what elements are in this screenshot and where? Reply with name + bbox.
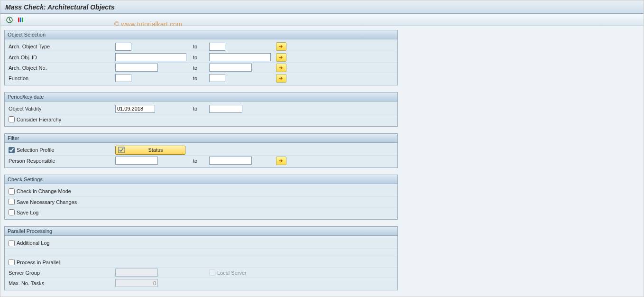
status-button-label: Status bbox=[128, 147, 183, 153]
to-label: to bbox=[193, 55, 197, 60]
arch-object-type-to[interactable] bbox=[209, 43, 225, 51]
row-arch-obj-id: Arch.Obj. ID to bbox=[5, 52, 397, 62]
row-function: Function to bbox=[5, 73, 397, 83]
screen: Mass Check: Architectural Objects © www.… bbox=[0, 0, 644, 297]
label-max-no-tasks: Max. No. Tasks bbox=[9, 280, 44, 286]
row-arch-object-no: Arch. Object No. to bbox=[5, 62, 397, 73]
save-log-label: Save Log bbox=[17, 210, 38, 215]
person-responsible-from[interactable] bbox=[115, 157, 158, 165]
row-server-group: Server Group Local Server bbox=[5, 267, 397, 278]
label-function: Function bbox=[9, 75, 28, 81]
multiselect-arch-object-type[interactable] bbox=[276, 42, 286, 51]
row-process-parallel: Process in Parallel bbox=[5, 257, 397, 267]
group-filter: Filter Selection Profile Status bbox=[4, 133, 398, 168]
group-title-period: Period/key date bbox=[5, 93, 397, 102]
local-server-label: Local Server bbox=[217, 270, 247, 276]
row-save-log: Save Log bbox=[5, 207, 397, 217]
group-period: Period/key date Object Validity to Consi… bbox=[4, 92, 398, 127]
arch-object-no-from[interactable] bbox=[115, 64, 158, 72]
row-arch-object-type: Arch. Object Type to bbox=[5, 41, 397, 52]
consider-hierarchy-label: Consider Hierarchy bbox=[17, 117, 61, 122]
additional-log-checkbox[interactable]: Additional Log bbox=[9, 240, 115, 246]
row-save-necessary-changes: Save Necessary Changes bbox=[5, 196, 397, 207]
row-additional-log: Additional Log bbox=[5, 238, 397, 248]
object-validity-from[interactable] bbox=[115, 105, 155, 113]
label-arch-obj-id: Arch.Obj. ID bbox=[9, 55, 37, 60]
selection-profile-checkbox[interactable]: Selection Profile bbox=[9, 147, 115, 153]
group-title-check-settings: Check Settings bbox=[5, 175, 397, 184]
group-object-selection: Object Selection Arch. Object Type to Ar… bbox=[4, 30, 398, 85]
selection-profile-input[interactable] bbox=[9, 147, 15, 153]
max-no-tasks-input bbox=[115, 279, 158, 287]
svg-rect-3 bbox=[22, 18, 23, 22]
to-label: to bbox=[193, 158, 197, 164]
function-to[interactable] bbox=[209, 74, 225, 82]
label-arch-object-type: Arch. Object Type bbox=[9, 44, 50, 49]
arch-obj-id-to[interactable] bbox=[209, 53, 271, 61]
group-parallel: Parallel Processing Additional Log Proce… bbox=[4, 226, 398, 290]
check-change-mode-label: Check in Change Mode bbox=[17, 188, 71, 194]
row-spacer bbox=[5, 248, 397, 257]
consider-hierarchy-checkbox[interactable]: Consider Hierarchy bbox=[9, 116, 115, 122]
check-change-mode-input[interactable] bbox=[9, 188, 15, 195]
label-server-group: Server Group bbox=[9, 270, 40, 276]
page-title: Mass Check: Architectural Objects bbox=[5, 3, 115, 11]
save-log-checkbox[interactable]: Save Log bbox=[9, 209, 115, 215]
group-check-settings: Check Settings Check in Change Mode Save… bbox=[4, 175, 398, 220]
save-necessary-changes-checkbox[interactable]: Save Necessary Changes bbox=[9, 199, 115, 205]
to-label: to bbox=[193, 65, 197, 71]
save-log-input[interactable] bbox=[9, 209, 15, 215]
arch-object-no-to[interactable] bbox=[209, 64, 252, 72]
row-consider-hierarchy: Consider Hierarchy bbox=[5, 114, 397, 124]
row-object-validity: Object Validity to bbox=[5, 103, 397, 114]
status-button[interactable]: Status bbox=[115, 146, 185, 155]
process-parallel-label: Process in Parallel bbox=[17, 260, 60, 265]
status-select-icon bbox=[118, 146, 125, 154]
save-necessary-changes-input[interactable] bbox=[9, 199, 15, 205]
app-toolbar bbox=[0, 14, 644, 26]
titlebar: Mass Check: Architectural Objects bbox=[0, 0, 644, 14]
arch-obj-id-from[interactable] bbox=[115, 53, 186, 61]
multiselect-function[interactable] bbox=[276, 74, 286, 83]
multiselect-arch-obj-id[interactable] bbox=[276, 53, 286, 62]
row-max-no-tasks: Max. No. Tasks bbox=[5, 278, 397, 288]
multiselect-person-responsible[interactable] bbox=[276, 157, 286, 165]
to-label: to bbox=[193, 106, 197, 111]
label-person-responsible: Person Responsible bbox=[9, 158, 55, 164]
arch-object-type-from[interactable] bbox=[115, 43, 131, 51]
group-title-filter: Filter bbox=[5, 134, 397, 143]
svg-rect-1 bbox=[18, 18, 19, 22]
save-necessary-changes-label: Save Necessary Changes bbox=[17, 199, 77, 205]
group-title-object-selection: Object Selection bbox=[5, 30, 397, 39]
label-object-validity: Object Validity bbox=[9, 106, 42, 111]
main-scroll[interactable]: Object Selection Arch. Object Type to Ar… bbox=[0, 26, 644, 297]
row-check-change-mode: Check in Change Mode bbox=[5, 186, 397, 196]
consider-hierarchy-input[interactable] bbox=[9, 116, 15, 122]
local-server-checkbox: Local Server bbox=[209, 269, 273, 276]
check-change-mode-checkbox[interactable]: Check in Change Mode bbox=[9, 188, 115, 195]
person-responsible-to[interactable] bbox=[209, 157, 252, 165]
additional-log-input[interactable] bbox=[9, 240, 15, 246]
multiselect-arch-object-no[interactable] bbox=[276, 64, 286, 72]
execute-icon[interactable] bbox=[5, 16, 14, 24]
local-server-input bbox=[209, 269, 215, 276]
variant-icon[interactable] bbox=[17, 16, 25, 24]
label-arch-object-no: Arch. Object No. bbox=[9, 65, 47, 71]
row-person-responsible: Person Responsible to bbox=[5, 155, 397, 166]
server-group-input bbox=[115, 269, 158, 277]
to-label: to bbox=[193, 44, 197, 49]
object-validity-to[interactable] bbox=[209, 105, 242, 113]
function-from[interactable] bbox=[115, 74, 131, 82]
row-selection-profile: Selection Profile Status bbox=[5, 145, 397, 155]
svg-rect-4 bbox=[119, 147, 124, 153]
to-label: to bbox=[193, 75, 197, 81]
group-title-parallel: Parallel Processing bbox=[5, 227, 397, 236]
additional-log-label: Additional Log bbox=[17, 240, 50, 246]
svg-rect-2 bbox=[20, 18, 21, 22]
selection-profile-label: Selection Profile bbox=[17, 147, 55, 153]
process-parallel-input[interactable] bbox=[9, 259, 15, 265]
process-parallel-checkbox[interactable]: Process in Parallel bbox=[9, 259, 115, 265]
